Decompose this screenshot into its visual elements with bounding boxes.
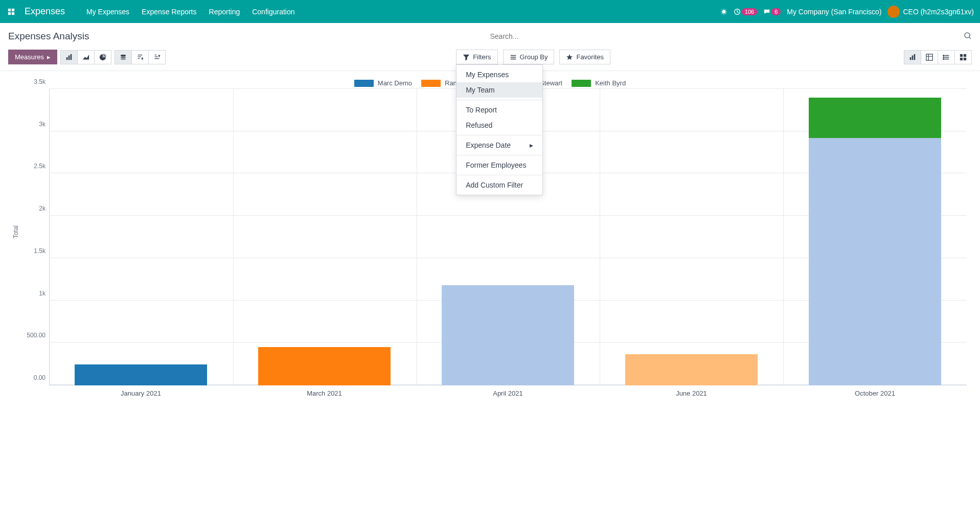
bar-stack[interactable] — [75, 89, 207, 385]
activities-icon[interactable]: 106 — [734, 8, 757, 15]
y-tick: 3.5k — [34, 78, 50, 85]
legend-swatch — [354, 80, 374, 87]
svg-rect-22 — [960, 57, 963, 60]
bar-stack[interactable] — [809, 89, 941, 385]
bar-group — [783, 89, 967, 385]
svg-rect-14 — [912, 55, 914, 60]
search-icon[interactable] — [964, 32, 972, 41]
toolbar: Measures ▸ Filters My Ex — [0, 48, 980, 71]
apps-icon[interactable] — [6, 7, 16, 17]
debug-icon[interactable] — [720, 8, 727, 15]
search-input[interactable] — [490, 29, 972, 43]
svg-rect-20 — [960, 54, 963, 56]
bar-group — [600, 89, 783, 385]
user-menu[interactable]: CEO (h2m2s3gn61xv) — [887, 6, 974, 18]
y-tick: 2k — [39, 205, 50, 212]
bar-stack[interactable] — [625, 89, 757, 385]
y-tick: 1.5k — [34, 247, 50, 255]
user-avatar-icon — [887, 6, 900, 18]
svg-rect-21 — [964, 54, 966, 56]
filters-button[interactable]: Filters — [456, 50, 497, 64]
y-axis-label: Total — [12, 225, 19, 238]
discuss-icon[interactable]: 6 — [763, 8, 781, 15]
svg-rect-2 — [8, 12, 11, 14]
search-bar[interactable] — [490, 29, 972, 43]
nav-my-expenses[interactable]: My Expenses — [80, 8, 135, 16]
caret-right-icon: ▸ — [47, 53, 51, 61]
filters-dropdown: My Expenses My Team To Report Refused Ex… — [456, 64, 543, 195]
x-tick: March 2021 — [233, 385, 416, 401]
x-tick: January 2021 — [49, 385, 233, 401]
svg-point-10 — [121, 54, 126, 56]
favorites-button[interactable]: Favorites — [559, 50, 610, 64]
svg-rect-8 — [69, 55, 70, 60]
bar-segment[interactable] — [809, 98, 941, 139]
legend-item[interactable]: Keith Byrd — [572, 79, 626, 87]
legend-label: Marc Demo — [378, 79, 412, 87]
view-pivot-button[interactable] — [921, 50, 938, 64]
nav-configuration[interactable]: Configuration — [246, 8, 301, 16]
svg-rect-7 — [66, 57, 68, 60]
filter-refused[interactable]: Refused — [457, 118, 542, 133]
chart-type-group — [60, 50, 111, 64]
bar-segment[interactable] — [258, 347, 390, 385]
view-graph-button[interactable] — [904, 50, 921, 64]
bar-group — [233, 89, 416, 385]
view-kanban-button[interactable] — [954, 50, 972, 64]
nav-expense-reports[interactable]: Expense Reports — [135, 8, 202, 16]
bar-segment[interactable] — [442, 285, 574, 385]
svg-rect-3 — [12, 12, 14, 14]
legend-swatch — [421, 80, 441, 87]
legend-swatch — [572, 80, 591, 87]
caret-right-icon: ▸ — [530, 141, 533, 149]
svg-point-6 — [965, 33, 970, 38]
top-nav: Expenses My Expenses Expense Reports Rep… — [0, 0, 980, 23]
svg-point-19 — [943, 58, 944, 59]
nav-reporting[interactable]: Reporting — [203, 8, 246, 16]
filter-add-custom[interactable]: Add Custom Filter — [457, 177, 542, 193]
app-name[interactable]: Expenses — [25, 6, 65, 17]
x-axis: January 2021March 2021April 2021June 202… — [49, 385, 967, 401]
filter-expense-date[interactable]: Expense Date ▸ — [457, 137, 542, 153]
bar-segment[interactable] — [625, 354, 757, 385]
sort-asc-button[interactable] — [148, 50, 166, 64]
filter-former-employees[interactable]: Former Employees — [457, 157, 542, 173]
bar-group — [49, 89, 233, 385]
x-tick: June 2021 — [600, 385, 783, 401]
user-name: CEO (h2m2s3gn61xv) — [903, 8, 974, 16]
line-chart-button[interactable] — [77, 50, 95, 64]
view-list-button[interactable] — [938, 50, 955, 64]
stacked-button[interactable] — [115, 50, 132, 64]
y-tick: 0.00 — [34, 374, 50, 381]
svg-rect-23 — [964, 57, 966, 60]
x-tick: October 2021 — [783, 385, 967, 401]
x-tick: April 2021 — [416, 385, 600, 401]
sort-desc-button[interactable] — [131, 50, 149, 64]
company-switcher[interactable]: My Company (San Francisco) — [787, 8, 881, 16]
svg-rect-1 — [12, 8, 14, 11]
bar-segment[interactable] — [75, 364, 207, 385]
filter-my-expenses[interactable]: My Expenses — [457, 67, 542, 82]
measures-button[interactable]: Measures ▸ — [8, 50, 57, 64]
bar-chart-button[interactable] — [60, 50, 78, 64]
y-tick: 1k — [39, 290, 50, 297]
discuss-badge: 6 — [771, 8, 781, 15]
control-panel: Expenses Analysis — [0, 23, 980, 48]
filter-to-report[interactable]: To Report — [457, 102, 542, 118]
view-switcher — [904, 50, 972, 64]
bar-segment[interactable] — [809, 138, 941, 385]
pie-chart-button[interactable] — [94, 50, 111, 64]
legend-item[interactable]: Marc Demo — [354, 79, 412, 87]
svg-point-12 — [121, 58, 126, 60]
svg-point-4 — [722, 10, 725, 13]
y-tick: 3k — [39, 121, 50, 128]
stack-group — [115, 50, 166, 64]
svg-point-11 — [121, 56, 126, 58]
groupby-button[interactable]: Group By — [503, 50, 555, 64]
y-tick: 500.00 — [27, 332, 50, 339]
legend-label: Keith Byrd — [595, 79, 626, 87]
svg-rect-15 — [914, 54, 916, 59]
filter-my-team[interactable]: My Team — [457, 82, 542, 98]
bar-stack[interactable] — [258, 89, 390, 385]
svg-rect-13 — [910, 57, 911, 60]
